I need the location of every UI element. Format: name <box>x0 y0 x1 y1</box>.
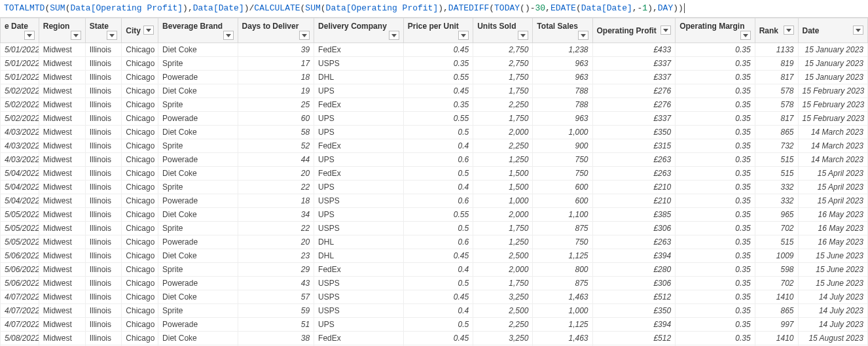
table-row[interactable]: 5/01/2022MidwestIllinoisChicagoSprite17U… <box>1 56 868 70</box>
cell-rank: 865 <box>755 125 798 139</box>
table-row[interactable]: 5/01/2022MidwestIllinoisChicagoDiet Coke… <box>1 43 868 56</box>
table-row[interactable]: 4/07/2022MidwestIllinoisChicagoPowerade5… <box>1 317 868 331</box>
filter-dropdown-icon[interactable] <box>71 31 81 40</box>
cell-sales: 800 <box>533 262 592 276</box>
column-header-deliv[interactable]: Delivery Company <box>314 18 404 43</box>
cell-rank: 578 <box>755 97 798 111</box>
table-row[interactable]: 5/02/2022MidwestIllinoisChicagoDiet Coke… <box>1 84 868 97</box>
cell-units: 2,250 <box>473 139 533 152</box>
table-row[interactable]: 5/02/2022MidwestIllinoisChicagoPowerade6… <box>1 111 868 125</box>
filter-dropdown-icon[interactable] <box>24 31 35 40</box>
formula-bar[interactable]: TOTALMTD(SUM(Data[Operating Profit]),Dat… <box>0 0 868 18</box>
cell-inv_date: 5/05/2022 <box>1 207 39 221</box>
filter-dropdown-icon[interactable] <box>853 26 863 35</box>
cell-price: 0.5 <box>403 221 473 235</box>
column-header-label: Rank <box>759 26 778 35</box>
cell-deliv: FedEx <box>314 43 404 56</box>
cell-days: 19 <box>238 84 314 97</box>
column-header-price[interactable]: Price per Unit <box>403 18 473 43</box>
cell-profit: £337 <box>592 111 676 125</box>
column-header-label: Price per Unit <box>408 22 459 31</box>
cell-days: 43 <box>238 276 314 290</box>
cell-units: 2,500 <box>473 249 533 262</box>
cell-sales: 750 <box>533 166 592 180</box>
cell-brand: Powerade <box>158 194 238 207</box>
table-row[interactable]: 5/06/2022MidwestIllinoisChicagoSprite29F… <box>1 262 868 276</box>
table-row[interactable]: 5/04/2022MidwestIllinoisChicagoSprite22U… <box>1 180 868 194</box>
column-header-brand[interactable]: Beverage Brand <box>158 18 238 43</box>
cell-state: Illinois <box>85 303 122 317</box>
table-row[interactable]: 5/05/2022MidwestIllinoisChicagoSprite22U… <box>1 221 868 235</box>
cell-price: 0.55 <box>403 111 473 125</box>
filter-dropdown-icon[interactable] <box>660 26 671 35</box>
filter-dropdown-icon[interactable] <box>107 31 117 40</box>
cell-brand: Powerade <box>158 317 238 331</box>
cell-inv_date: 5/01/2022 <box>1 43 39 56</box>
cell-units: 1,750 <box>473 276 533 290</box>
column-header-label: Delivery Company <box>318 22 387 31</box>
filter-dropdown-icon[interactable] <box>578 31 588 40</box>
table-row[interactable]: 5/06/2022MidwestIllinoisChicagoDiet Coke… <box>1 249 868 262</box>
table-row[interactable]: 4/03/2022MidwestIllinoisChicagoDiet Coke… <box>1 125 868 139</box>
column-header-units[interactable]: Units Sold <box>473 18 533 43</box>
filter-dropdown-icon[interactable] <box>223 31 234 40</box>
column-header-label: e Date <box>5 22 28 31</box>
cell-city: Chicago <box>122 43 158 56</box>
table-row[interactable]: 5/01/2022MidwestIllinoisChicagoPowerade1… <box>1 70 868 84</box>
cell-region: Midwest <box>39 43 85 56</box>
cell-state: Illinois <box>85 139 122 152</box>
filter-dropdown-icon[interactable] <box>784 26 794 35</box>
cell-price: 0.4 <box>403 262 473 276</box>
column-header-label: Operating Margin <box>679 22 744 31</box>
column-header-sales[interactable]: Total Sales <box>533 18 592 43</box>
table-row[interactable]: 5/05/2022MidwestIllinoisChicagoDiet Coke… <box>1 207 868 221</box>
table-row[interactable]: 5/04/2022MidwestIllinoisChicagoPowerade1… <box>1 194 868 207</box>
column-header-state[interactable]: State <box>85 18 122 43</box>
filter-dropdown-icon[interactable] <box>389 31 399 40</box>
column-header-margin[interactable]: Operating Margin <box>676 18 755 43</box>
cell-brand: Powerade <box>158 70 238 84</box>
column-header-region[interactable]: Region <box>39 18 85 43</box>
cell-profit: £350 <box>592 125 676 139</box>
filter-dropdown-icon[interactable] <box>458 31 469 40</box>
cell-units: 3,250 <box>473 290 533 303</box>
table-row[interactable]: 5/05/2022MidwestIllinoisChicagoPowerade2… <box>1 235 868 249</box>
cell-price: 0.6 <box>403 235 473 249</box>
filter-dropdown-icon[interactable] <box>143 26 154 35</box>
column-header-label: Days to Deliver <box>242 22 299 31</box>
cell-profit: £337 <box>592 56 676 70</box>
table-row[interactable]: 4/07/2022MidwestIllinoisChicagoSprite59U… <box>1 303 868 317</box>
cell-state: Illinois <box>85 194 122 207</box>
cell-region: Midwest <box>39 221 85 235</box>
column-header-city[interactable]: City <box>122 18 158 43</box>
table-row[interactable]: 5/04/2022MidwestIllinoisChicagoDiet Coke… <box>1 166 868 180</box>
table-row[interactable]: 5/08/2022MidwestIllinoisChicagoDiet Coke… <box>1 331 868 345</box>
cell-price: 0.35 <box>403 56 473 70</box>
cell-deliv: FedEx <box>314 97 404 111</box>
table-row[interactable]: 5/02/2022MidwestIllinoisChicagoSprite25F… <box>1 97 868 111</box>
cell-units: 2,500 <box>473 303 533 317</box>
cell-date: 14 July 2023 <box>798 290 867 303</box>
cell-days: 20 <box>238 166 314 180</box>
cell-state: Illinois <box>85 331 122 345</box>
filter-dropdown-icon[interactable] <box>740 31 751 40</box>
table-row[interactable]: 5/06/2022MidwestIllinoisChicagoPowerade4… <box>1 276 868 290</box>
column-header-rank[interactable]: Rank <box>755 18 798 43</box>
table-row[interactable]: 4/03/2022MidwestIllinoisChicagoSprite52F… <box>1 139 868 152</box>
cell-rank: 578 <box>755 84 798 97</box>
cell-date: 15 January 2023 <box>798 56 867 70</box>
cell-rank: 817 <box>755 70 798 84</box>
cell-margin: 0.35 <box>676 125 755 139</box>
filter-dropdown-icon[interactable] <box>518 31 528 40</box>
column-header-date[interactable]: Date <box>798 18 867 43</box>
table-row[interactable]: 4/03/2022MidwestIllinoisChicagoPowerade4… <box>1 152 868 166</box>
cell-margin: 0.35 <box>676 331 755 345</box>
column-header-inv_date[interactable]: e Date <box>1 18 39 43</box>
cell-sales: 875 <box>533 276 592 290</box>
column-header-profit[interactable]: Operating Profit <box>592 18 676 43</box>
cell-date: 15 February 2023 <box>798 111 867 125</box>
column-header-days[interactable]: Days to Deliver <box>238 18 314 43</box>
filter-dropdown-icon[interactable] <box>299 31 310 40</box>
table-row[interactable]: 4/07/2022MidwestIllinoisChicagoDiet Coke… <box>1 290 868 303</box>
cell-deliv: UPS <box>314 180 404 194</box>
